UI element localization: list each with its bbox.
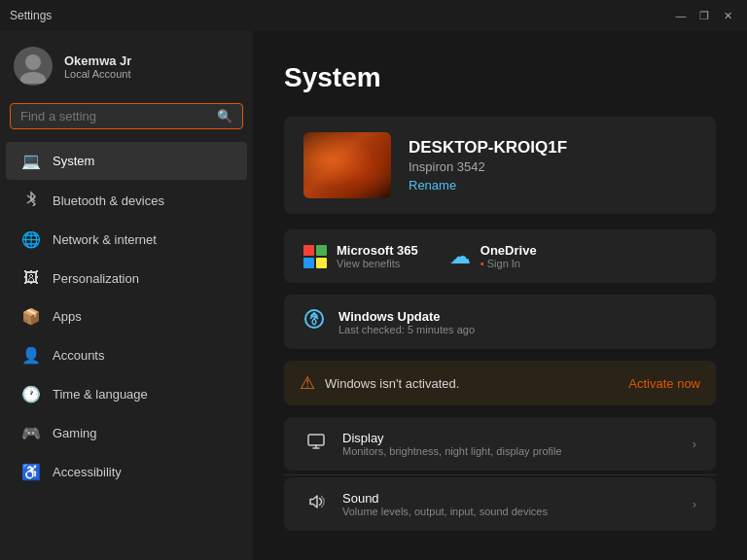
sound-setting-row[interactable]: Sound Volume levels, output, input, soun… xyxy=(284,477,716,531)
sidebar-item-time[interactable]: 🕐 Time & language xyxy=(6,375,247,413)
sidebar-item-label: System xyxy=(53,154,94,168)
window-controls: — ❐ ✕ xyxy=(673,8,735,23)
network-icon: 🌐 xyxy=(21,230,41,249)
divider xyxy=(284,474,716,475)
onedrive-dot: • xyxy=(480,258,484,269)
onedrive-icon: ☁ xyxy=(449,244,471,269)
app-title: Settings xyxy=(10,9,52,22)
sidebar-item-label: Gaming xyxy=(53,426,97,440)
sidebar-item-label: Apps xyxy=(53,309,82,324)
bluetooth-icon xyxy=(21,191,41,210)
sound-icon xyxy=(303,492,329,516)
activate-now-link[interactable]: Activate now xyxy=(628,376,700,391)
microsoft365-icon xyxy=(303,245,327,268)
user-profile[interactable]: Okemwa Jr Local Account xyxy=(0,31,253,99)
windows-update-sub: Last checked: 5 minutes ago xyxy=(338,324,475,335)
services-row: Microsoft 365 View benefits ☁ OneDrive •… xyxy=(284,229,716,283)
maximize-button[interactable]: ❐ xyxy=(696,8,712,23)
display-setting-sub: Monitors, brightness, night light, displ… xyxy=(342,445,679,457)
close-button[interactable]: ✕ xyxy=(720,8,735,23)
avatar xyxy=(14,47,53,86)
page-title: System xyxy=(284,62,716,93)
apps-icon: 📦 xyxy=(21,307,41,326)
accounts-icon: 👤 xyxy=(21,346,41,365)
sidebar-item-label: Accessibility xyxy=(53,465,122,479)
sound-setting-sub: Volume levels, output, input, sound devi… xyxy=(342,506,679,517)
svg-rect-3 xyxy=(308,435,324,445)
personalization-icon: 🖼 xyxy=(21,269,41,287)
svg-point-1 xyxy=(20,72,46,84)
onedrive-sub: • Sign In xyxy=(480,258,537,269)
user-name: Okemwa Jr xyxy=(64,53,131,68)
sidebar-item-personalization[interactable]: 🖼 Personalization xyxy=(6,260,247,297)
display-setting-name: Display xyxy=(342,431,679,445)
device-name: DESKTOP-KROIQ1F xyxy=(409,138,567,158)
sidebar-item-label: Network & internet xyxy=(53,232,157,247)
windows-update-card[interactable]: Windows Update Last checked: 5 minutes a… xyxy=(284,295,716,349)
minimize-button[interactable]: — xyxy=(673,8,689,23)
sidebar-item-accounts[interactable]: 👤 Accounts xyxy=(6,336,247,374)
system-icon: 💻 xyxy=(21,152,41,170)
onedrive-name: OneDrive xyxy=(480,243,537,258)
update-icon xyxy=(303,308,325,335)
sidebar-nav: 💻 System Bluetooth & devices 🌐 Network &… xyxy=(0,141,253,492)
rename-link[interactable]: Rename xyxy=(409,178,567,192)
display-setting-row[interactable]: Display Monitors, brightness, night ligh… xyxy=(284,417,716,471)
search-box[interactable]: 🔍 xyxy=(10,103,243,129)
onedrive-service[interactable]: ☁ OneDrive • Sign In xyxy=(449,243,537,269)
sidebar: Okemwa Jr Local Account 🔍 💻 System xyxy=(0,31,253,560)
svg-point-0 xyxy=(25,54,41,70)
sidebar-item-label: Time & language xyxy=(53,387,148,402)
gaming-icon: 🎮 xyxy=(21,424,41,442)
sidebar-item-bluetooth[interactable]: Bluetooth & devices xyxy=(6,181,247,220)
microsoft365-name: Microsoft 365 xyxy=(337,243,418,258)
sidebar-item-apps[interactable]: 📦 Apps xyxy=(6,298,247,335)
time-icon: 🕐 xyxy=(21,385,41,403)
sidebar-item-gaming[interactable]: 🎮 Gaming xyxy=(6,414,247,452)
content-area: System DESKTOP-KROIQ1F Inspiron 3542 Ren… xyxy=(253,31,747,560)
sidebar-item-system[interactable]: 💻 System xyxy=(6,142,247,180)
sidebar-item-label: Accounts xyxy=(53,348,104,363)
device-model: Inspiron 3542 xyxy=(409,159,567,174)
activation-message: Windows isn't activated. xyxy=(325,376,619,391)
device-card: DESKTOP-KROIQ1F Inspiron 3542 Rename xyxy=(284,117,716,214)
sidebar-item-accessibility[interactable]: ♿ Accessibility xyxy=(6,453,247,491)
sidebar-item-label: Personalization xyxy=(53,271,139,286)
sidebar-item-network[interactable]: 🌐 Network & internet xyxy=(6,221,247,259)
sound-setting-name: Sound xyxy=(342,491,679,506)
activation-banner: ⚠ Windows isn't activated. Activate now xyxy=(284,361,716,405)
display-icon xyxy=(303,432,329,456)
microsoft365-sub: View benefits xyxy=(337,258,418,269)
warning-icon: ⚠ xyxy=(300,372,315,394)
device-image xyxy=(303,132,391,198)
sound-chevron-icon: › xyxy=(693,497,696,511)
user-account-type: Local Account xyxy=(64,68,131,80)
sidebar-item-label: Bluetooth & devices xyxy=(53,193,164,208)
title-bar: Settings — ❐ ✕ xyxy=(0,0,747,31)
display-chevron-icon: › xyxy=(693,437,696,451)
microsoft365-service[interactable]: Microsoft 365 View benefits xyxy=(303,243,418,269)
search-icon: 🔍 xyxy=(217,109,232,123)
search-input[interactable] xyxy=(20,109,209,123)
accessibility-icon: ♿ xyxy=(21,463,41,481)
windows-update-name: Windows Update xyxy=(338,309,475,324)
